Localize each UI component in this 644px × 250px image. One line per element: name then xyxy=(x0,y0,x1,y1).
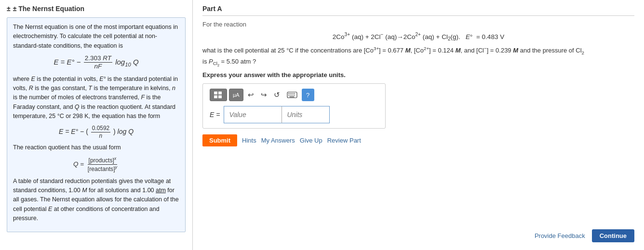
submit-button[interactable]: Submit xyxy=(202,134,237,146)
part-label: Part A xyxy=(202,5,634,16)
desc3-text: A table of standard reduction potentials… xyxy=(13,177,179,224)
svg-rect-1 xyxy=(218,92,222,94)
reaction-question-text: what is the cell potential at 25 °C if t… xyxy=(202,45,634,68)
right-panel: Part A For the reaction 2Co3+ (aq) + 2Cl… xyxy=(193,0,644,250)
formula2: E = E° − ( 0.0592 n ) log Q xyxy=(13,125,179,139)
hints-link[interactable]: Hints xyxy=(242,137,256,144)
help-button[interactable]: ? xyxy=(302,89,314,101)
keyboard-button[interactable] xyxy=(284,89,300,101)
my-answers-link[interactable]: My Answers xyxy=(261,137,295,144)
e-equals-label: E = xyxy=(210,111,220,118)
plus-minus-icon: ± xyxy=(7,5,11,13)
formula1: E = E° − 2.303 RT nF log10 Q xyxy=(13,54,179,70)
intro-text: The Nernst equation is one of the most i… xyxy=(13,23,179,51)
grid-button[interactable] xyxy=(210,89,227,101)
provide-feedback-link[interactable]: Provide Feedback xyxy=(535,232,585,239)
give-up-link[interactable]: Give Up xyxy=(300,137,322,144)
desc1-text: where E is the potential in volts, E° is… xyxy=(13,75,179,121)
bottom-row: Provide Feedback Continue xyxy=(535,229,634,242)
review-part-link[interactable]: Review Part xyxy=(327,137,361,144)
answer-container: μA ↩ ↪ ↺ xyxy=(202,83,386,129)
svg-rect-2 xyxy=(214,95,217,98)
express-label: Express your answer with the appropriate… xyxy=(202,71,634,79)
panel-content: The Nernst equation is one of the most i… xyxy=(7,17,186,232)
action-row: Submit Hints My Answers Give Up Review P… xyxy=(202,134,634,146)
continue-button[interactable]: Continue xyxy=(592,229,634,242)
units-input[interactable] xyxy=(282,106,330,123)
panel-title-text: ± The Nernst Equation xyxy=(13,5,84,13)
redo-button[interactable]: ↪ xyxy=(258,89,269,101)
panel-title[interactable]: ± ± The Nernst Equation xyxy=(7,5,186,13)
left-panel: ± ± The Nernst Equation The Nernst equat… xyxy=(0,0,193,250)
formula3: Q = [products]x [reactants]y xyxy=(13,156,179,172)
for-the-reaction-label: For the reaction xyxy=(202,21,634,28)
micro-ampere-button[interactable]: μA xyxy=(229,89,243,101)
svg-rect-0 xyxy=(214,92,217,94)
undo-button[interactable]: ↩ xyxy=(245,89,256,101)
svg-rect-3 xyxy=(218,95,222,98)
refresh-button[interactable]: ↺ xyxy=(271,89,282,101)
toolbar: μA ↩ ↪ ↺ xyxy=(210,89,378,101)
input-row: E = xyxy=(210,106,378,123)
value-input[interactable] xyxy=(224,106,282,123)
desc2-text: The reaction quotient has the usual form xyxy=(13,143,179,152)
reaction-equation: 2Co3+ (aq) + 2Cl− (aq)→2Co2+ (aq) + Cl2(… xyxy=(202,31,634,43)
